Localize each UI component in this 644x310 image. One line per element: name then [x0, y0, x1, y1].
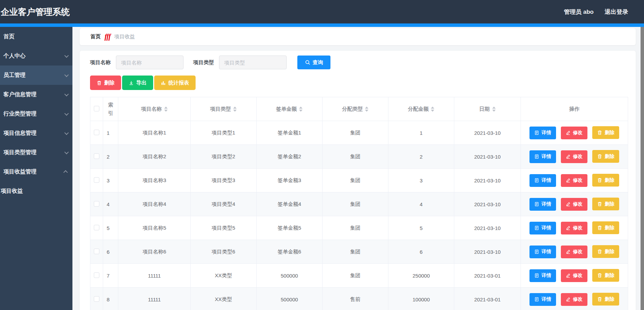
sidebar-item-project-income-mgmt[interactable]: 项目收益管理	[0, 162, 72, 181]
detail-row-button[interactable]: 详情	[529, 198, 556, 211]
row-checkbox[interactable]	[94, 153, 99, 159]
cell-alloc_type: 集团	[322, 192, 388, 216]
detail-row-button-label: 详情	[542, 249, 551, 255]
sort-carets-icon[interactable]	[492, 107, 496, 112]
trash-icon	[597, 249, 602, 254]
sort-carets-icon[interactable]	[164, 107, 168, 112]
chevron-down-icon	[65, 92, 69, 96]
sidebar-item-label: 客户信息管理	[3, 91, 37, 98]
column-header-name[interactable]: 项目名称	[118, 97, 190, 121]
cell-index: 8	[103, 288, 118, 310]
row-checkbox[interactable]	[94, 201, 99, 207]
edit-row-button[interactable]: 修改	[561, 174, 587, 187]
project-type-label: 项目类型	[193, 59, 214, 66]
row-actions-cell: 详情修改删除	[521, 216, 628, 240]
sidebar-item-profile[interactable]: 个人中心	[0, 46, 72, 66]
project-name-input[interactable]	[116, 56, 184, 69]
column-label: 日期	[479, 106, 490, 112]
cell-alloc_type: 集团	[322, 216, 388, 240]
select-all-checkbox[interactable]	[94, 106, 99, 111]
detail-row-button[interactable]: 详情	[529, 127, 556, 139]
sidebar-item-employee-mgmt[interactable]: 员工管理	[0, 66, 72, 85]
query-button[interactable]: 查询	[297, 56, 330, 69]
delete-row-button[interactable]: 删除	[592, 269, 619, 282]
export-button[interactable]: 导出	[122, 76, 153, 90]
sidebar-item-industry-type-mgmt[interactable]: 行业类型管理	[0, 104, 72, 123]
page-scrollbar[interactable]	[641, 27, 644, 310]
edit-row-button[interactable]: 修改	[561, 222, 587, 234]
search-icon	[305, 60, 310, 65]
detail-row-button-label: 详情	[542, 296, 551, 302]
detail-row-button[interactable]: 详情	[529, 174, 556, 187]
column-header-alloc_amount[interactable]: 分配金额	[388, 97, 454, 121]
detail-row-button[interactable]: 详情	[529, 269, 556, 282]
cell-type: 项目类型3	[190, 169, 256, 192]
detail-row-button[interactable]: 详情	[529, 293, 556, 306]
sidebar-item-project-income[interactable]: 项目收益	[0, 181, 72, 201]
project-type-input[interactable]	[219, 56, 287, 69]
edit-row-button[interactable]: 修改	[561, 150, 587, 163]
sort-carets-icon[interactable]	[365, 107, 368, 112]
row-checkbox[interactable]	[94, 225, 99, 230]
chevron-down-icon	[65, 72, 69, 77]
search-form: 项目名称 项目类型 查询	[90, 56, 628, 69]
detail-row-button[interactable]: 详情	[529, 246, 556, 258]
cell-date: 2021-03-10	[454, 145, 521, 169]
table-row: 5项目名称5项目类型5签单金额5集团52021-03-10详情修改删除	[90, 216, 628, 240]
delete-row-button[interactable]: 删除	[592, 293, 619, 306]
sort-carets-icon[interactable]	[233, 107, 237, 112]
edit-row-button[interactable]: 修改	[561, 293, 587, 306]
current-user-label[interactable]: 管理员 abo	[564, 8, 594, 16]
row-checkbox[interactable]	[94, 249, 99, 254]
row-actions-cell: 详情修改删除	[521, 264, 628, 288]
detail-row-button[interactable]: 详情	[529, 222, 556, 234]
scrollbar-thumb[interactable]	[641, 27, 644, 310]
column-header-sign_amount[interactable]: 签单金额	[256, 97, 322, 121]
accent-strip	[0, 23, 644, 27]
column-header-alloc_type[interactable]: 分配类型	[322, 97, 388, 121]
data-table: 索引项目名称项目类型签单金额分配类型分配金额日期操作 1项目名称1项目类型1签单…	[90, 97, 628, 310]
sidebar-item-label: 行业类型管理	[3, 110, 37, 118]
delete-button[interactable]: 删除	[90, 76, 121, 90]
sort-carets-icon[interactable]	[431, 107, 434, 112]
sidebar-item-label: 项目信息管理	[3, 130, 37, 137]
edit-row-button[interactable]: 修改	[561, 269, 587, 282]
delete-row-button[interactable]: 删除	[592, 221, 619, 234]
sidebar-item-customer-info-mgmt[interactable]: 客户信息管理	[0, 85, 72, 104]
cell-index: 7	[103, 264, 118, 288]
cell-index: 4	[103, 192, 118, 216]
pen-icon	[566, 202, 571, 207]
edit-row-button[interactable]: 修改	[561, 127, 587, 139]
row-checkbox[interactable]	[94, 130, 99, 135]
sidebar-item-home[interactable]: 首页	[0, 27, 72, 46]
chart-icon	[161, 80, 166, 86]
edit-row-button[interactable]: 修改	[561, 246, 587, 258]
navbar-right: 管理员 abo 退出登录	[564, 8, 628, 16]
cell-type: XX类型	[190, 264, 256, 288]
row-checkbox[interactable]	[94, 177, 99, 183]
row-checkbox[interactable]	[94, 296, 99, 302]
sort-carets-icon[interactable]	[299, 107, 303, 112]
cell-alloc_type: 售前	[322, 288, 388, 310]
select-all-header-cell	[90, 97, 103, 121]
column-label: 操作	[569, 106, 579, 112]
sidebar-item-project-info-mgmt[interactable]: 项目信息管理	[0, 123, 72, 143]
row-checkbox[interactable]	[94, 272, 99, 278]
delete-row-button[interactable]: 删除	[592, 174, 619, 187]
delete-row-button[interactable]: 删除	[592, 245, 619, 258]
edit-row-button-label: 修改	[573, 272, 583, 279]
detail-row-button[interactable]: 详情	[529, 150, 556, 163]
column-header-type[interactable]: 项目类型	[190, 97, 256, 121]
delete-row-button[interactable]: 删除	[592, 126, 619, 139]
row-checkbox-cell	[90, 192, 103, 216]
column-header-date[interactable]: 日期	[454, 97, 521, 121]
cell-type: 项目类型2	[190, 145, 256, 169]
sidebar-item-project-type-mgmt[interactable]: 项目类型管理	[0, 143, 72, 162]
document-icon	[534, 178, 539, 183]
edit-row-button[interactable]: 修改	[561, 198, 587, 211]
logout-link[interactable]: 退出登录	[605, 8, 628, 16]
report-button[interactable]: 统计报表	[154, 76, 196, 90]
delete-row-button[interactable]: 删除	[592, 198, 619, 210]
breadcrumb-home[interactable]: 首页	[90, 33, 101, 40]
delete-row-button[interactable]: 删除	[592, 150, 619, 163]
